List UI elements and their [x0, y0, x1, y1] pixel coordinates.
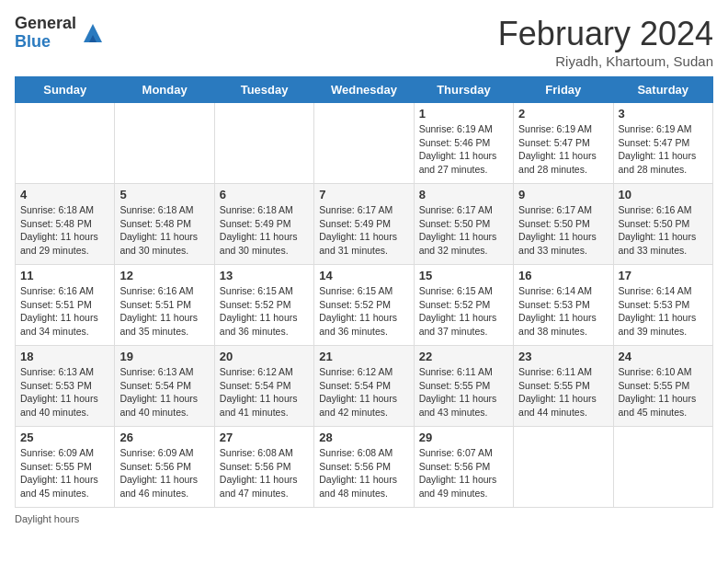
calendar-day-cell: 19Sunrise: 6:13 AM Sunset: 5:54 PM Dayli…	[115, 346, 214, 427]
calendar-week-row: 11Sunrise: 6:16 AM Sunset: 5:51 PM Dayli…	[16, 265, 713, 346]
calendar-day-cell: 18Sunrise: 6:13 AM Sunset: 5:53 PM Dayli…	[16, 346, 115, 427]
day-info: Sunrise: 6:14 AM Sunset: 5:53 PM Dayligh…	[518, 284, 608, 339]
day-info: Sunrise: 6:12 AM Sunset: 5:54 PM Dayligh…	[220, 365, 309, 419]
day-info: Sunrise: 6:18 AM Sunset: 5:49 PM Dayligh…	[220, 203, 309, 258]
day-number: 28	[319, 431, 408, 444]
calendar-day-cell: 9Sunrise: 6:17 AM Sunset: 5:50 PM Daylig…	[514, 184, 613, 265]
day-of-week-header: Wednesday	[314, 77, 414, 103]
calendar-day-cell: 6Sunrise: 6:18 AM Sunset: 5:49 PM Daylig…	[214, 184, 313, 265]
day-number: 20	[220, 350, 309, 363]
calendar-day-cell: 22Sunrise: 6:11 AM Sunset: 5:55 PM Dayli…	[414, 346, 513, 427]
logo: General Blue	[15, 15, 106, 52]
calendar-day-cell	[214, 103, 313, 184]
day-number: 5	[119, 188, 209, 201]
calendar-day-cell: 5Sunrise: 6:18 AM Sunset: 5:48 PM Daylig…	[115, 184, 214, 265]
day-number: 12	[119, 269, 209, 282]
calendar-day-cell	[514, 427, 613, 508]
day-number: 14	[319, 269, 408, 282]
calendar-day-cell: 1Sunrise: 6:19 AM Sunset: 5:46 PM Daylig…	[414, 103, 513, 184]
day-number: 11	[20, 269, 109, 282]
day-number: 8	[419, 188, 508, 201]
day-info: Sunrise: 6:19 AM Sunset: 5:47 PM Dayligh…	[518, 122, 608, 177]
day-info: Sunrise: 6:16 AM Sunset: 5:51 PM Dayligh…	[119, 284, 209, 339]
day-number: 9	[518, 188, 608, 201]
calendar-day-cell	[16, 103, 115, 184]
day-number: 15	[419, 269, 508, 282]
calendar-day-cell: 7Sunrise: 6:17 AM Sunset: 5:49 PM Daylig…	[314, 184, 414, 265]
title-block: February 2024 Riyadh, Khartoum, Sudan	[498, 15, 713, 69]
day-info: Sunrise: 6:08 AM Sunset: 5:56 PM Dayligh…	[319, 446, 408, 500]
calendar-day-cell: 8Sunrise: 6:17 AM Sunset: 5:50 PM Daylig…	[414, 184, 513, 265]
calendar-week-row: 18Sunrise: 6:13 AM Sunset: 5:53 PM Dayli…	[16, 346, 713, 427]
calendar-day-cell: 3Sunrise: 6:19 AM Sunset: 5:47 PM Daylig…	[613, 103, 712, 184]
day-number: 26	[119, 431, 209, 444]
day-number: 7	[319, 188, 408, 201]
calendar-day-cell: 15Sunrise: 6:15 AM Sunset: 5:52 PM Dayli…	[414, 265, 513, 346]
calendar-day-cell: 16Sunrise: 6:14 AM Sunset: 5:53 PM Dayli…	[514, 265, 613, 346]
day-number: 3	[619, 107, 708, 121]
calendar-day-cell	[613, 427, 712, 508]
day-number: 23	[518, 350, 608, 363]
day-info: Sunrise: 6:13 AM Sunset: 5:53 PM Dayligh…	[20, 365, 109, 419]
calendar-day-cell: 20Sunrise: 6:12 AM Sunset: 5:54 PM Dayli…	[214, 346, 313, 427]
calendar-day-cell	[115, 103, 214, 184]
logo-icon	[80, 20, 106, 46]
day-info: Sunrise: 6:13 AM Sunset: 5:54 PM Dayligh…	[119, 365, 209, 419]
day-info: Sunrise: 6:18 AM Sunset: 5:48 PM Dayligh…	[20, 203, 109, 258]
calendar-day-cell: 12Sunrise: 6:16 AM Sunset: 5:51 PM Dayli…	[115, 265, 214, 346]
calendar-week-row: 1Sunrise: 6:19 AM Sunset: 5:46 PM Daylig…	[16, 103, 713, 184]
day-number: 10	[619, 188, 708, 201]
calendar-day-cell: 13Sunrise: 6:15 AM Sunset: 5:52 PM Dayli…	[214, 265, 313, 346]
day-info: Sunrise: 6:19 AM Sunset: 5:46 PM Dayligh…	[419, 122, 508, 177]
logo-general: General	[15, 15, 76, 33]
calendar-day-cell: 17Sunrise: 6:14 AM Sunset: 5:53 PM Dayli…	[613, 265, 712, 346]
day-of-week-header: Tuesday	[214, 77, 313, 103]
day-info: Sunrise: 6:16 AM Sunset: 5:50 PM Dayligh…	[619, 203, 708, 258]
logo-blue: Blue	[15, 33, 76, 52]
day-info: Sunrise: 6:17 AM Sunset: 5:49 PM Dayligh…	[319, 203, 408, 258]
day-info: Sunrise: 6:17 AM Sunset: 5:50 PM Dayligh…	[518, 203, 608, 258]
day-number: 19	[119, 350, 209, 363]
calendar-day-cell: 23Sunrise: 6:11 AM Sunset: 5:55 PM Dayli…	[514, 346, 613, 427]
calendar-day-cell: 24Sunrise: 6:10 AM Sunset: 5:55 PM Dayli…	[613, 346, 712, 427]
calendar-day-cell: 26Sunrise: 6:09 AM Sunset: 5:56 PM Dayli…	[115, 427, 214, 508]
day-number: 24	[619, 350, 708, 363]
day-number: 29	[419, 431, 508, 444]
day-info: Sunrise: 6:09 AM Sunset: 5:55 PM Dayligh…	[20, 446, 109, 500]
day-info: Sunrise: 6:15 AM Sunset: 5:52 PM Dayligh…	[319, 284, 408, 339]
day-number: 4	[20, 188, 109, 201]
day-info: Sunrise: 6:19 AM Sunset: 5:47 PM Dayligh…	[619, 122, 708, 177]
calendar-table: SundayMondayTuesdayWednesdayThursdayFrid…	[15, 76, 713, 508]
calendar-day-cell: 25Sunrise: 6:09 AM Sunset: 5:55 PM Dayli…	[16, 427, 115, 508]
day-number: 21	[319, 350, 408, 363]
day-info: Sunrise: 6:15 AM Sunset: 5:52 PM Dayligh…	[220, 284, 309, 339]
day-number: 6	[220, 188, 309, 201]
calendar-day-cell: 10Sunrise: 6:16 AM Sunset: 5:50 PM Dayli…	[613, 184, 712, 265]
day-info: Sunrise: 6:10 AM Sunset: 5:55 PM Dayligh…	[619, 365, 708, 419]
daylight-hours-label: Daylight hours	[15, 513, 79, 524]
calendar-day-cell: 27Sunrise: 6:08 AM Sunset: 5:56 PM Dayli…	[214, 427, 313, 508]
day-number: 13	[220, 269, 309, 282]
calendar-week-row: 25Sunrise: 6:09 AM Sunset: 5:55 PM Dayli…	[16, 427, 713, 508]
day-of-week-header: Monday	[115, 77, 214, 103]
day-number: 22	[419, 350, 508, 363]
page-header: General Blue February 2024 Riyadh, Khart…	[15, 15, 713, 69]
location: Riyadh, Khartoum, Sudan	[498, 53, 713, 69]
day-info: Sunrise: 6:14 AM Sunset: 5:53 PM Dayligh…	[619, 284, 708, 339]
calendar-day-cell	[314, 103, 414, 184]
day-of-week-header: Saturday	[613, 77, 712, 103]
day-number: 25	[20, 431, 109, 444]
days-header-row: SundayMondayTuesdayWednesdayThursdayFrid…	[16, 77, 713, 103]
calendar-day-cell: 29Sunrise: 6:07 AM Sunset: 5:56 PM Dayli…	[414, 427, 513, 508]
footer: Daylight hours	[15, 513, 713, 524]
day-info: Sunrise: 6:12 AM Sunset: 5:54 PM Dayligh…	[319, 365, 408, 419]
calendar-day-cell: 2Sunrise: 6:19 AM Sunset: 5:47 PM Daylig…	[514, 103, 613, 184]
day-of-week-header: Friday	[514, 77, 613, 103]
day-number: 18	[20, 350, 109, 363]
calendar-day-cell: 14Sunrise: 6:15 AM Sunset: 5:52 PM Dayli…	[314, 265, 414, 346]
calendar-day-cell: 28Sunrise: 6:08 AM Sunset: 5:56 PM Dayli…	[314, 427, 414, 508]
day-info: Sunrise: 6:11 AM Sunset: 5:55 PM Dayligh…	[518, 365, 608, 419]
day-info: Sunrise: 6:09 AM Sunset: 5:56 PM Dayligh…	[119, 446, 209, 500]
day-info: Sunrise: 6:17 AM Sunset: 5:50 PM Dayligh…	[419, 203, 508, 258]
day-number: 27	[220, 431, 309, 444]
